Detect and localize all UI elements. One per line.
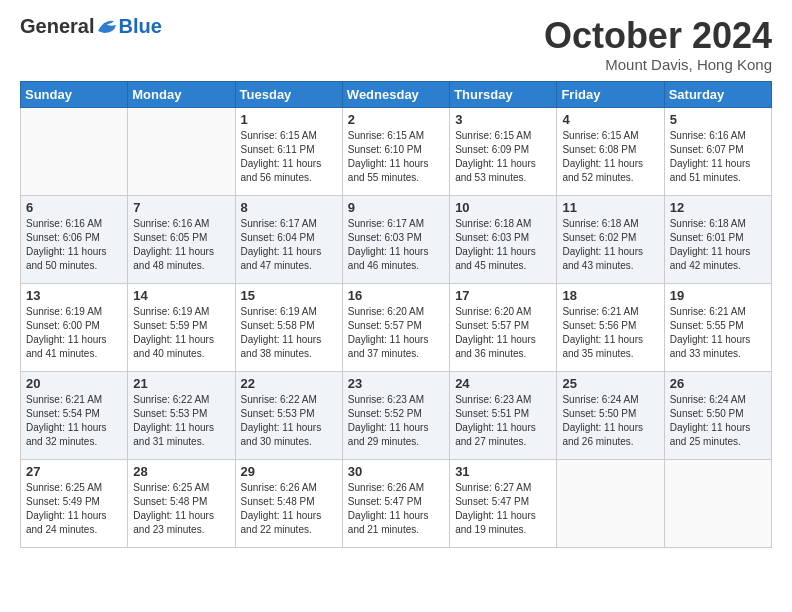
day-number: 9 — [348, 200, 444, 215]
day-number: 29 — [241, 464, 337, 479]
day-number: 10 — [455, 200, 551, 215]
calendar-day-cell: 10Sunrise: 6:18 AM Sunset: 6:03 PM Dayli… — [450, 195, 557, 283]
page: General Blue October 2024 Mount Davis, H… — [0, 0, 792, 612]
calendar-day-cell: 2Sunrise: 6:15 AM Sunset: 6:10 PM Daylig… — [342, 107, 449, 195]
day-number: 7 — [133, 200, 229, 215]
day-number: 24 — [455, 376, 551, 391]
calendar-week-row: 1Sunrise: 6:15 AM Sunset: 6:11 PM Daylig… — [21, 107, 772, 195]
calendar-table: SundayMondayTuesdayWednesdayThursdayFrid… — [20, 81, 772, 548]
day-info: Sunrise: 6:24 AM Sunset: 5:50 PM Dayligh… — [670, 393, 766, 449]
day-number: 22 — [241, 376, 337, 391]
day-number: 15 — [241, 288, 337, 303]
day-info: Sunrise: 6:22 AM Sunset: 5:53 PM Dayligh… — [133, 393, 229, 449]
calendar-day-cell: 26Sunrise: 6:24 AM Sunset: 5:50 PM Dayli… — [664, 371, 771, 459]
logo-blue-text: Blue — [118, 16, 161, 36]
header-thursday: Thursday — [450, 81, 557, 107]
calendar-header-row: SundayMondayTuesdayWednesdayThursdayFrid… — [21, 81, 772, 107]
day-number: 25 — [562, 376, 658, 391]
calendar-day-cell: 21Sunrise: 6:22 AM Sunset: 5:53 PM Dayli… — [128, 371, 235, 459]
location: Mount Davis, Hong Kong — [544, 56, 772, 73]
calendar-day-cell: 17Sunrise: 6:20 AM Sunset: 5:57 PM Dayli… — [450, 283, 557, 371]
calendar-day-cell: 20Sunrise: 6:21 AM Sunset: 5:54 PM Dayli… — [21, 371, 128, 459]
day-info: Sunrise: 6:27 AM Sunset: 5:47 PM Dayligh… — [455, 481, 551, 537]
calendar-day-cell: 24Sunrise: 6:23 AM Sunset: 5:51 PM Dayli… — [450, 371, 557, 459]
calendar-day-cell — [664, 459, 771, 547]
day-info: Sunrise: 6:21 AM Sunset: 5:56 PM Dayligh… — [562, 305, 658, 361]
day-info: Sunrise: 6:19 AM Sunset: 5:59 PM Dayligh… — [133, 305, 229, 361]
calendar-day-cell: 9Sunrise: 6:17 AM Sunset: 6:03 PM Daylig… — [342, 195, 449, 283]
day-info: Sunrise: 6:18 AM Sunset: 6:03 PM Dayligh… — [455, 217, 551, 273]
day-info: Sunrise: 6:20 AM Sunset: 5:57 PM Dayligh… — [455, 305, 551, 361]
calendar-day-cell: 29Sunrise: 6:26 AM Sunset: 5:48 PM Dayli… — [235, 459, 342, 547]
day-number: 17 — [455, 288, 551, 303]
day-number: 30 — [348, 464, 444, 479]
calendar-day-cell: 27Sunrise: 6:25 AM Sunset: 5:49 PM Dayli… — [21, 459, 128, 547]
day-info: Sunrise: 6:17 AM Sunset: 6:04 PM Dayligh… — [241, 217, 337, 273]
day-number: 1 — [241, 112, 337, 127]
header: General Blue October 2024 Mount Davis, H… — [20, 16, 772, 73]
day-number: 21 — [133, 376, 229, 391]
calendar-day-cell — [128, 107, 235, 195]
day-info: Sunrise: 6:17 AM Sunset: 6:03 PM Dayligh… — [348, 217, 444, 273]
day-info: Sunrise: 6:21 AM Sunset: 5:54 PM Dayligh… — [26, 393, 122, 449]
calendar-day-cell: 5Sunrise: 6:16 AM Sunset: 6:07 PM Daylig… — [664, 107, 771, 195]
title-block: October 2024 Mount Davis, Hong Kong — [544, 16, 772, 73]
logo-general-text: General — [20, 16, 94, 36]
calendar-day-cell: 14Sunrise: 6:19 AM Sunset: 5:59 PM Dayli… — [128, 283, 235, 371]
day-number: 16 — [348, 288, 444, 303]
header-tuesday: Tuesday — [235, 81, 342, 107]
day-number: 8 — [241, 200, 337, 215]
calendar-day-cell: 23Sunrise: 6:23 AM Sunset: 5:52 PM Dayli… — [342, 371, 449, 459]
day-number: 12 — [670, 200, 766, 215]
calendar-day-cell: 11Sunrise: 6:18 AM Sunset: 6:02 PM Dayli… — [557, 195, 664, 283]
calendar-day-cell: 8Sunrise: 6:17 AM Sunset: 6:04 PM Daylig… — [235, 195, 342, 283]
calendar-day-cell: 3Sunrise: 6:15 AM Sunset: 6:09 PM Daylig… — [450, 107, 557, 195]
logo-bird-icon — [96, 17, 118, 35]
day-info: Sunrise: 6:15 AM Sunset: 6:09 PM Dayligh… — [455, 129, 551, 185]
calendar-day-cell: 4Sunrise: 6:15 AM Sunset: 6:08 PM Daylig… — [557, 107, 664, 195]
day-number: 20 — [26, 376, 122, 391]
day-info: Sunrise: 6:15 AM Sunset: 6:08 PM Dayligh… — [562, 129, 658, 185]
day-info: Sunrise: 6:23 AM Sunset: 5:52 PM Dayligh… — [348, 393, 444, 449]
day-number: 27 — [26, 464, 122, 479]
calendar-day-cell: 19Sunrise: 6:21 AM Sunset: 5:55 PM Dayli… — [664, 283, 771, 371]
calendar-week-row: 6Sunrise: 6:16 AM Sunset: 6:06 PM Daylig… — [21, 195, 772, 283]
day-info: Sunrise: 6:15 AM Sunset: 6:10 PM Dayligh… — [348, 129, 444, 185]
calendar-day-cell: 31Sunrise: 6:27 AM Sunset: 5:47 PM Dayli… — [450, 459, 557, 547]
day-number: 23 — [348, 376, 444, 391]
calendar-day-cell: 16Sunrise: 6:20 AM Sunset: 5:57 PM Dayli… — [342, 283, 449, 371]
day-info: Sunrise: 6:22 AM Sunset: 5:53 PM Dayligh… — [241, 393, 337, 449]
day-info: Sunrise: 6:16 AM Sunset: 6:06 PM Dayligh… — [26, 217, 122, 273]
day-info: Sunrise: 6:26 AM Sunset: 5:47 PM Dayligh… — [348, 481, 444, 537]
day-info: Sunrise: 6:19 AM Sunset: 5:58 PM Dayligh… — [241, 305, 337, 361]
calendar-day-cell: 30Sunrise: 6:26 AM Sunset: 5:47 PM Dayli… — [342, 459, 449, 547]
calendar-week-row: 13Sunrise: 6:19 AM Sunset: 6:00 PM Dayli… — [21, 283, 772, 371]
day-number: 4 — [562, 112, 658, 127]
header-wednesday: Wednesday — [342, 81, 449, 107]
header-friday: Friday — [557, 81, 664, 107]
header-sunday: Sunday — [21, 81, 128, 107]
day-number: 11 — [562, 200, 658, 215]
header-saturday: Saturday — [664, 81, 771, 107]
day-info: Sunrise: 6:18 AM Sunset: 6:02 PM Dayligh… — [562, 217, 658, 273]
day-info: Sunrise: 6:26 AM Sunset: 5:48 PM Dayligh… — [241, 481, 337, 537]
day-number: 2 — [348, 112, 444, 127]
day-number: 6 — [26, 200, 122, 215]
calendar-day-cell: 18Sunrise: 6:21 AM Sunset: 5:56 PM Dayli… — [557, 283, 664, 371]
day-number: 18 — [562, 288, 658, 303]
day-info: Sunrise: 6:20 AM Sunset: 5:57 PM Dayligh… — [348, 305, 444, 361]
day-info: Sunrise: 6:21 AM Sunset: 5:55 PM Dayligh… — [670, 305, 766, 361]
calendar-day-cell: 15Sunrise: 6:19 AM Sunset: 5:58 PM Dayli… — [235, 283, 342, 371]
calendar-day-cell: 25Sunrise: 6:24 AM Sunset: 5:50 PM Dayli… — [557, 371, 664, 459]
calendar-day-cell: 22Sunrise: 6:22 AM Sunset: 5:53 PM Dayli… — [235, 371, 342, 459]
day-info: Sunrise: 6:25 AM Sunset: 5:48 PM Dayligh… — [133, 481, 229, 537]
calendar-week-row: 20Sunrise: 6:21 AM Sunset: 5:54 PM Dayli… — [21, 371, 772, 459]
calendar-day-cell: 6Sunrise: 6:16 AM Sunset: 6:06 PM Daylig… — [21, 195, 128, 283]
calendar-day-cell — [557, 459, 664, 547]
day-info: Sunrise: 6:15 AM Sunset: 6:11 PM Dayligh… — [241, 129, 337, 185]
day-number: 13 — [26, 288, 122, 303]
day-number: 31 — [455, 464, 551, 479]
calendar-day-cell: 12Sunrise: 6:18 AM Sunset: 6:01 PM Dayli… — [664, 195, 771, 283]
day-info: Sunrise: 6:18 AM Sunset: 6:01 PM Dayligh… — [670, 217, 766, 273]
calendar-day-cell — [21, 107, 128, 195]
